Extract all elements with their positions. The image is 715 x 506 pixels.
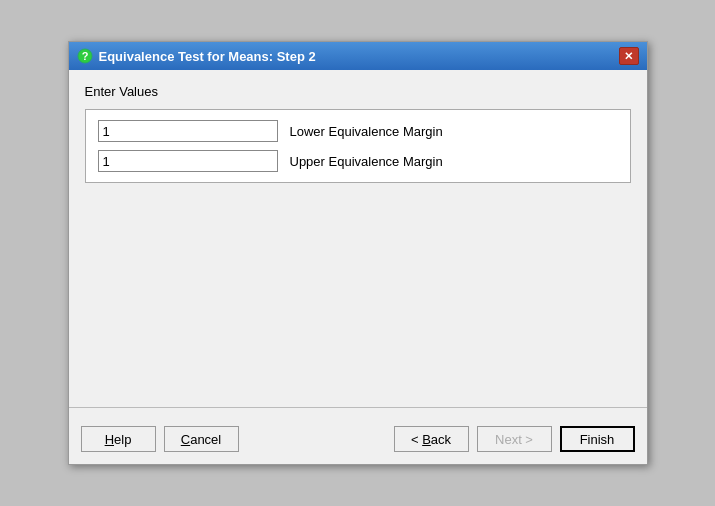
lower-equivalence-margin-label: Lower Equivalence Margin bbox=[290, 124, 443, 139]
back-label: < Back bbox=[411, 432, 451, 447]
dialog-body: Enter Values Lower Equivalence Margin Up… bbox=[69, 70, 647, 407]
spacer-area bbox=[85, 193, 631, 393]
cancel-button[interactable]: Cancel bbox=[164, 426, 239, 452]
back-button[interactable]: < Back bbox=[394, 426, 469, 452]
help-button[interactable]: Help bbox=[81, 426, 156, 452]
help-icon: ? bbox=[77, 48, 93, 64]
title-bar-left: ? Equivalence Test for Means: Step 2 bbox=[77, 48, 316, 64]
next-label: Next > bbox=[495, 432, 533, 447]
lower-equivalence-margin-input[interactable] bbox=[98, 120, 278, 142]
close-button[interactable]: ✕ bbox=[619, 47, 639, 65]
help-underline: Help bbox=[105, 432, 132, 447]
upper-equivalence-margin-input[interactable] bbox=[98, 150, 278, 172]
form-row-lower: Lower Equivalence Margin bbox=[98, 120, 618, 142]
form-area: Lower Equivalence Margin Upper Equivalen… bbox=[85, 109, 631, 183]
title-bar: ? Equivalence Test for Means: Step 2 ✕ bbox=[69, 42, 647, 70]
window-title: Equivalence Test for Means: Step 2 bbox=[99, 49, 316, 64]
form-row-upper: Upper Equivalence Margin bbox=[98, 150, 618, 172]
upper-equivalence-margin-label: Upper Equivalence Margin bbox=[290, 154, 443, 169]
cancel-underline: Cancel bbox=[181, 432, 221, 447]
finish-button[interactable]: Finish bbox=[560, 426, 635, 452]
divider bbox=[69, 407, 647, 408]
next-button[interactable]: Next > bbox=[477, 426, 552, 452]
button-bar: Help Cancel < Back Next > Finish bbox=[69, 418, 647, 464]
section-label: Enter Values bbox=[85, 84, 631, 99]
left-buttons: Help Cancel bbox=[81, 426, 239, 452]
dialog-window: ? Equivalence Test for Means: Step 2 ✕ E… bbox=[68, 41, 648, 465]
svg-text:?: ? bbox=[81, 50, 88, 62]
